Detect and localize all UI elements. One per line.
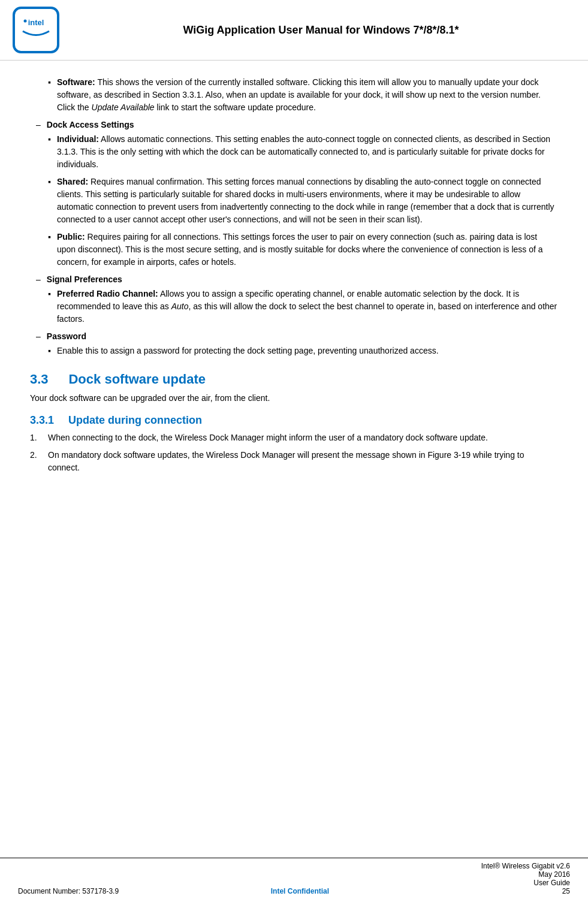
footer-page: 25	[481, 887, 570, 895]
bullet-sym-shared: ▪	[48, 176, 51, 226]
individual-item: ▪ Individual: Allows automatic connectio…	[48, 133, 558, 171]
dash-symbol-1: –	[36, 120, 41, 129]
num-1: 1.	[30, 432, 42, 444]
section-33-number: 3.3	[30, 372, 49, 387]
section-331-heading: 3.3.1 Update during connection	[30, 414, 558, 427]
footer-confidential: Intel Confidential	[271, 887, 329, 895]
numbered-item-1-text: When connecting to the dock, the Wireles…	[48, 432, 488, 444]
password-header: – Password	[30, 331, 558, 341]
software-italic: Update Available	[92, 102, 155, 112]
password-list: ▪ Enable this to assign a password for p…	[30, 345, 558, 357]
footer-left: Document Number: 537178-3.9	[18, 887, 119, 895]
numbered-item-2-text: On mandatory dock software updates, the …	[48, 449, 558, 474]
dash-symbol-2: –	[36, 274, 41, 284]
shared-text: Shared: Requires manual confirmation. Th…	[57, 176, 558, 226]
public-term: Public:	[57, 232, 85, 242]
dash-symbol-3: –	[36, 331, 41, 341]
svg-point-2	[24, 20, 27, 23]
individual-text: Individual: Allows automatic connections…	[57, 133, 558, 171]
software-bullet-item: ▪ Software: This shows the version of th…	[48, 76, 558, 114]
radio-channel-text: Preferred Radio Channel: Allows you to a…	[57, 288, 558, 325]
bullet-sym-password: ▪	[48, 345, 51, 357]
numbered-item-1: 1. When connecting to the dock, the Wire…	[30, 432, 558, 444]
password-label: Password	[47, 331, 86, 341]
individual-term: Individual:	[57, 134, 99, 144]
footer: Document Number: 537178-3.9 Intel Confid…	[0, 858, 588, 899]
dock-access-settings-list: ▪ Individual: Allows automatic connectio…	[30, 133, 558, 269]
section-331-title: Update during connection	[68, 414, 202, 426]
signal-prefs-header: – Signal Preferences	[30, 274, 558, 284]
section-33-heading: 3.3 Dock software update	[30, 372, 558, 387]
radio-channel-term: Preferred Radio Channel:	[57, 289, 158, 298]
software-bullet-text: Software: This shows the version of the …	[57, 76, 558, 114]
bullet-sym-individual: ▪	[48, 133, 51, 171]
section-331-list: 1. When connecting to the dock, the Wire…	[30, 432, 558, 474]
intel-logo: intel	[12, 6, 60, 54]
footer-product: Intel® Wireless Gigabit v2.6	[481, 862, 570, 870]
footer-doc-number: Document Number: 537178-3.9	[18, 887, 119, 895]
svg-text:intel: intel	[28, 18, 44, 27]
signal-prefs-label: Signal Preferences	[47, 274, 122, 284]
footer-date: May 2016	[481, 870, 570, 879]
software-term: Software:	[57, 77, 95, 87]
software-desc2: link to start the software update proced…	[155, 102, 316, 112]
num-2: 2.	[30, 449, 42, 474]
preferred-radio-channel-item: ▪ Preferred Radio Channel: Allows you to…	[48, 288, 558, 325]
bullet-sym-public: ▪	[48, 231, 51, 269]
public-text: Public: Requires pairing for all connect…	[57, 231, 558, 269]
page-wrapper: intel WiGig Application User Manual for …	[0, 0, 588, 899]
dock-access-settings-header: – Dock Access Settings	[30, 120, 558, 129]
password-item: ▪ Enable this to assign a password for p…	[48, 345, 558, 357]
footer-user-guide: User Guide	[481, 879, 570, 887]
bullet-sym-radio: ▪	[48, 288, 51, 325]
page-title: WiGig Application User Manual for Window…	[72, 24, 570, 37]
shared-term: Shared:	[57, 177, 88, 186]
public-desc: Requires pairing for all connections. Th…	[57, 232, 543, 267]
password-text: Enable this to assign a password for pro…	[57, 345, 558, 357]
svg-rect-0	[14, 8, 58, 52]
dock-access-settings-label: Dock Access Settings	[47, 120, 134, 129]
software-section: ▪ Software: This shows the version of th…	[30, 76, 558, 114]
shared-desc: Requires manual confirmation. This setti…	[57, 177, 554, 224]
section-331-number: 3.3.1	[30, 414, 54, 426]
content-area: ▪ Software: This shows the version of th…	[0, 61, 588, 491]
signal-prefs-list: ▪ Preferred Radio Channel: Allows you to…	[30, 288, 558, 325]
bullet-symbol: ▪	[48, 76, 51, 114]
header: intel WiGig Application User Manual for …	[0, 0, 588, 61]
section-33-intro: Your dock software can be upgraded over …	[30, 392, 558, 405]
public-item: ▪ Public: Requires pairing for all conne…	[48, 231, 558, 269]
numbered-item-2: 2. On mandatory dock software updates, t…	[30, 449, 558, 474]
section-33-title: Dock software update	[68, 372, 206, 387]
shared-item: ▪ Shared: Requires manual confirmation. …	[48, 176, 558, 226]
individual-desc: Allows automatic connections. This setti…	[57, 134, 550, 169]
radio-channel-auto: Auto	[171, 301, 189, 311]
footer-right: Intel® Wireless Gigabit v2.6 May 2016 Us…	[481, 862, 570, 895]
